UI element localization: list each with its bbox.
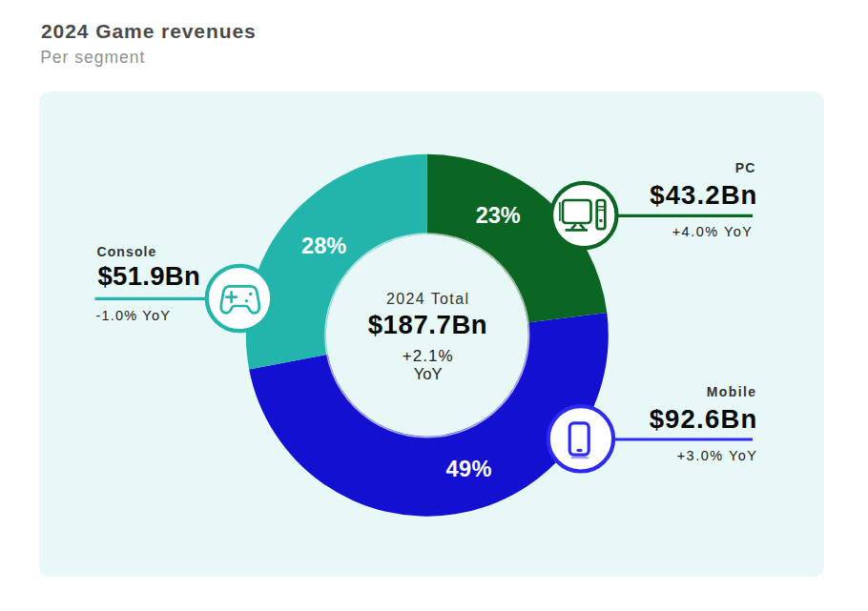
svg-text:28%: 28% (301, 234, 346, 258)
svg-text:$187.7Bn: $187.7Bn (368, 310, 488, 339)
svg-text:$51.9Bn: $51.9Bn (98, 261, 201, 291)
svg-text:+4.0% YoY: +4.0% YoY (672, 224, 754, 239)
svg-text:+2.1%: +2.1% (403, 347, 454, 365)
svg-text:23%: 23% (476, 203, 521, 228)
svg-text:Mobile: Mobile (707, 384, 757, 399)
svg-text:$92.6Bn: $92.6Bn (650, 404, 758, 434)
svg-text:Console: Console (97, 244, 157, 259)
svg-text:$43.2Bn: $43.2Bn (650, 180, 757, 210)
svg-text:2024 Total: 2024 Total (386, 291, 470, 307)
svg-text:+3.0% YoY: +3.0% YoY (677, 448, 758, 463)
svg-text:YoY: YoY (414, 365, 443, 382)
svg-text:49%: 49% (445, 457, 491, 481)
svg-text:Per segment: Per segment (40, 48, 145, 67)
svg-text:-1.0% YoY: -1.0% YoY (96, 308, 172, 323)
svg-text:2024 Game revenues: 2024 Game revenues (41, 20, 257, 42)
svg-text:PC: PC (735, 160, 756, 175)
